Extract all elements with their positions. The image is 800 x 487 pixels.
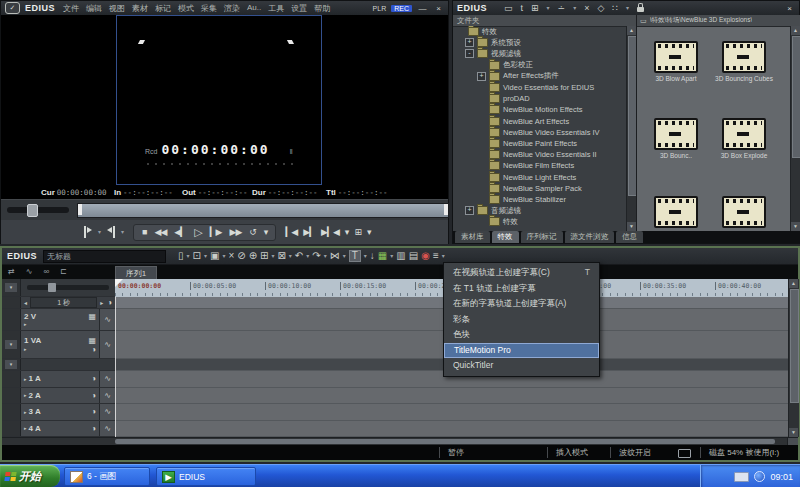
- menu-item-titlemotion-pro[interactable]: TitleMotion Pro: [444, 343, 599, 359]
- speaker-icon[interactable]: ◑: [91, 374, 96, 383]
- plr-button[interactable]: PLR: [373, 5, 387, 12]
- effect-thumb-bounce[interactable]: 3D Bounc..: [645, 118, 707, 159]
- track-curve-icon[interactable]: ∿: [99, 388, 115, 404]
- tab-bin[interactable]: 素材库: [455, 231, 490, 243]
- menu-render[interactable]: 渲染: [224, 3, 240, 14]
- view-mode-dropdown-icon[interactable]: ▾: [626, 5, 629, 11]
- audio-mixer-button[interactable]: ▤: [409, 251, 418, 261]
- dropdown-icon[interactable]: ▾: [442, 253, 445, 259]
- cut-button[interactable]: ×: [228, 251, 234, 261]
- start-button[interactable]: 开始: [0, 465, 60, 487]
- tree-scrollbar[interactable]: ▲ ▼: [626, 26, 636, 231]
- track-curve-icon[interactable]: ∿: [99, 309, 115, 330]
- toggle-palettes-button[interactable]: ▥: [396, 251, 405, 261]
- collapse-tracks-icon[interactable]: ▾: [5, 283, 17, 292]
- tree-item-newblue-sampler[interactable]: NewBlue Sampler Pack: [453, 183, 627, 194]
- menu-view[interactable]: 视图: [109, 3, 125, 14]
- speaker-icon[interactable]: ◑: [107, 298, 112, 307]
- dropdown-icon[interactable]: ▾: [289, 253, 292, 259]
- title-dropdown-icon[interactable]: ▾: [364, 253, 367, 259]
- loop-mode-icon[interactable]: ∞: [43, 267, 49, 276]
- add-transition-button[interactable]: ⋈: [330, 251, 340, 261]
- menu-file[interactable]: 文件: [63, 3, 79, 14]
- trim-in-button[interactable]: ▎◀: [285, 228, 297, 237]
- track-curve-icon[interactable]: ∿: [99, 404, 115, 420]
- scale-left-icon[interactable]: ◂: [21, 299, 30, 306]
- set-in-dropdown-icon[interactable]: ▾: [98, 229, 101, 235]
- tab-sequence-marker[interactable]: 序列标记: [521, 231, 563, 243]
- tree-expander[interactable]: +: [477, 72, 486, 81]
- menu-marker[interactable]: 标记: [155, 3, 171, 14]
- speaker-icon[interactable]: ◑: [91, 345, 96, 354]
- minimize-button[interactable]: —: [417, 4, 428, 13]
- zoom-slider-handle[interactable]: [48, 283, 56, 292]
- taskbar-button-edius[interactable]: ▶ EDIUS: [156, 467, 256, 486]
- edit-dropdown-icon[interactable]: ▾: [345, 228, 349, 237]
- film-icon[interactable]: ▦: [88, 312, 96, 321]
- tree-expander[interactable]: -: [465, 49, 474, 58]
- tree-item-newblue-ve2[interactable]: NewBlue Video Essentials II: [453, 149, 627, 160]
- dropdown-icon[interactable]: ▾: [222, 253, 225, 259]
- tree-item-audio-filters[interactable]: +音频滤镜: [453, 205, 627, 216]
- film-icon[interactable]: ▦: [88, 336, 96, 345]
- track-header-1a[interactable]: ▸1 A◑ ∿: [2, 371, 115, 388]
- divider-dropdown-icon[interactable]: ▾: [573, 5, 576, 11]
- rewind-button[interactable]: ◀◀: [154, 228, 166, 237]
- tree-item-newblue-paint[interactable]: NewBlue Paint Effects: [453, 138, 627, 149]
- track-curve-icon[interactable]: ∿: [99, 421, 115, 437]
- dropdown-icon[interactable]: ▾: [271, 253, 274, 259]
- scroll-up-icon[interactable]: ▲: [627, 26, 636, 35]
- speaker-icon[interactable]: ◑: [91, 391, 96, 400]
- print-to-tape-button[interactable]: ▦: [378, 251, 387, 261]
- scroll-down-icon[interactable]: ▼: [627, 222, 636, 231]
- loop-button[interactable]: ↺: [249, 228, 256, 237]
- loop-dropdown-icon[interactable]: ▾: [264, 228, 268, 237]
- collapse-track-icon[interactable]: ▾: [5, 360, 17, 369]
- effect-thumb-6[interactable]: [713, 196, 775, 230]
- expand-track-icon[interactable]: ▸: [24, 321, 27, 327]
- paste-button[interactable]: ⊞: [260, 251, 268, 261]
- select-mode-icon[interactable]: ⊏: [60, 267, 67, 276]
- input-method-icon[interactable]: [734, 472, 749, 482]
- layout-button[interactable]: ≡: [433, 251, 439, 261]
- tree-expander[interactable]: +: [465, 206, 474, 215]
- track-lane-4a[interactable]: [115, 421, 788, 438]
- jog-slider-handle[interactable]: [27, 204, 38, 217]
- set-out-point-button[interactable]: [106, 226, 116, 238]
- prev-frame-button[interactable]: ◀▎: [174, 228, 186, 237]
- taskbar-clock[interactable]: 09:01: [770, 472, 793, 482]
- rec-button[interactable]: REC: [391, 5, 412, 12]
- speaker-icon[interactable]: ◑: [91, 407, 96, 416]
- effect-thumb-5[interactable]: [645, 196, 707, 230]
- set-in-point-button[interactable]: [83, 226, 93, 238]
- create-title-button[interactable]: T: [349, 250, 361, 262]
- scroll-up-icon[interactable]: ▲: [791, 26, 800, 35]
- scroll-down-icon[interactable]: ▼: [791, 222, 800, 231]
- match-frame-button[interactable]: ▶▎◀: [321, 228, 339, 237]
- scroll-down-icon[interactable]: ▼: [789, 428, 798, 437]
- fast-forward-button[interactable]: ▶▶: [229, 228, 241, 237]
- new-group-dropdown-icon[interactable]: ▾: [547, 5, 550, 11]
- jog-slider[interactable]: [7, 207, 69, 213]
- position-scrub-bar[interactable]: [77, 203, 449, 218]
- export-button[interactable]: ↓: [370, 251, 375, 261]
- tab-source-browser[interactable]: 源文件浏览: [565, 231, 615, 243]
- menu-item-color-bars[interactable]: 彩条: [444, 312, 599, 328]
- expand-track-icon[interactable]: ▸: [24, 376, 27, 382]
- text-tool-icon[interactable]: t: [521, 4, 524, 13]
- record-button[interactable]: ◉: [421, 251, 430, 261]
- tree-item-color-correction[interactable]: 色彩校正: [453, 60, 627, 71]
- tree-item-video-essentials[interactable]: Video Essentials for EDIUS: [453, 82, 627, 93]
- timeline-hscroll-thumb[interactable]: [115, 439, 775, 444]
- save-project-button[interactable]: ▣: [210, 251, 219, 261]
- delete-icon[interactable]: ×: [584, 4, 589, 13]
- track-header-2a[interactable]: ▸2 A◑ ∿: [2, 388, 115, 405]
- tree-item-after-effects[interactable]: +After Effects插件: [453, 71, 627, 82]
- effect-thumb-bouncing-cubes[interactable]: 3D Bouncing Cubes: [713, 41, 775, 82]
- tree-item-newblue-light[interactable]: NewBlue Light Effects: [453, 171, 627, 182]
- more-edit-dropdown-icon[interactable]: ▾: [367, 228, 371, 237]
- track-curve-icon[interactable]: ∿: [99, 331, 115, 358]
- menu-tools[interactable]: 工具: [268, 3, 284, 14]
- thumbs-scrollbar[interactable]: ▲ ▼: [790, 26, 800, 231]
- dropdown-icon[interactable]: ▾: [324, 253, 327, 259]
